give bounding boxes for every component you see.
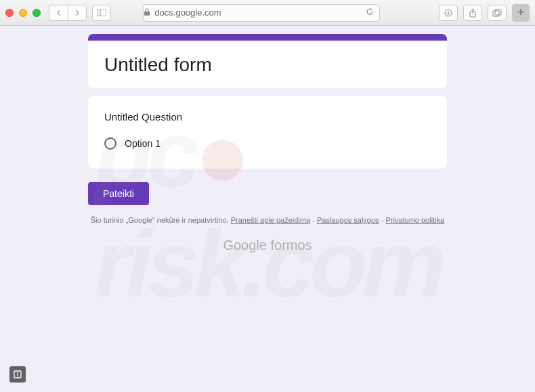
disclaimer: Šio turinio „Google" nekūrė ir nepatvirt… (88, 216, 447, 224)
google-forms-logo: Google formos (88, 238, 447, 253)
option-label: Option 1 (125, 138, 160, 149)
report-link[interactable]: Pranešti apie pažeidimą (231, 216, 310, 224)
back-button[interactable] (49, 5, 68, 21)
new-tab-button[interactable]: + (512, 4, 530, 22)
sidebar-button[interactable] (92, 5, 111, 21)
svg-text:!: ! (17, 371, 19, 378)
report-abuse-button[interactable]: ! (9, 366, 26, 383)
maximize-window-button[interactable] (33, 9, 41, 17)
form-container: Untitled form Untitled Question Option 1… (88, 34, 447, 253)
svg-rect-5 (493, 11, 499, 16)
page-content: pc● risk.com Untitled form Untitled Ques… (0, 26, 535, 392)
downloads-button[interactable] (439, 5, 458, 21)
lock-icon (144, 8, 150, 18)
disclaimer-prefix: Šio turinio „Google" nekūrė ir nepatvirt… (91, 216, 231, 224)
question-title: Untitled Question (104, 111, 431, 123)
tabs-button[interactable] (488, 5, 507, 21)
address-bar[interactable]: docs.google.com (143, 4, 380, 22)
logo-google: Google (223, 238, 267, 253)
share-button[interactable] (463, 5, 482, 21)
radio-option-1[interactable]: Option 1 (104, 137, 431, 154)
svg-rect-6 (495, 9, 501, 15)
form-header-card: Untitled form (88, 34, 447, 88)
browser-toolbar: docs.google.com + (0, 0, 535, 26)
question-card: Untitled Question Option 1 (88, 96, 447, 169)
refresh-icon[interactable] (366, 7, 374, 18)
terms-link[interactable]: Paslaugos sąlygos (317, 216, 379, 224)
forward-button[interactable] (68, 5, 87, 21)
logo-forms: formos (267, 238, 312, 253)
svg-rect-0 (97, 9, 106, 16)
window-controls (5, 9, 41, 17)
toolbar-right (439, 5, 507, 21)
svg-rect-2 (144, 12, 150, 16)
form-title: Untitled form (104, 54, 431, 76)
nav-buttons (49, 5, 87, 21)
close-window-button[interactable] (5, 9, 14, 17)
radio-icon (104, 137, 116, 150)
url-text: docs.google.com (154, 7, 221, 18)
minimize-window-button[interactable] (19, 9, 27, 17)
privacy-link[interactable]: Privatumo politika (385, 216, 444, 224)
submit-button[interactable]: Pateikti (88, 182, 149, 205)
